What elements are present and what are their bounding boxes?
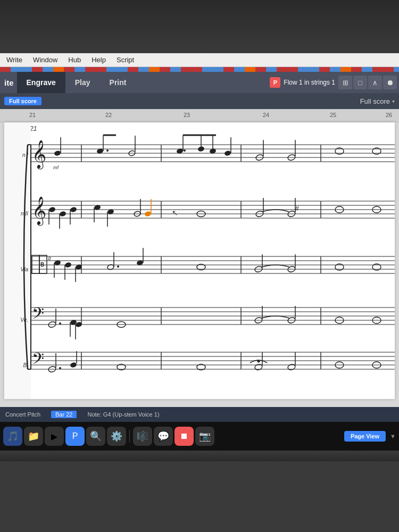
svg-point-38 (287, 154, 296, 161)
svg-point-149 (59, 367, 61, 369)
taskbar-icon-3[interactable]: ▶ (45, 427, 64, 446)
svg-point-23 (106, 149, 109, 152)
score-badge[interactable]: Full score (4, 97, 41, 105)
taskbar-icon-7[interactable]: 🎼 (133, 427, 152, 446)
score-white-area[interactable]: 21 n I n II Vla Ve. B. (4, 122, 395, 399)
svg-point-157 (287, 363, 296, 370)
note-info: Note: G4 (Up-stem Voice 1) (87, 411, 159, 418)
svg-point-17 (54, 150, 61, 156)
svg-point-101 (197, 264, 205, 270)
menu-window[interactable]: Window (33, 56, 57, 64)
svg-point-106 (335, 264, 344, 270)
svg-point-150 (70, 362, 77, 368)
svg-point-119 (48, 321, 56, 328)
menu-hub[interactable]: Hub (68, 56, 81, 64)
svg-text:↖: ↖ (172, 209, 178, 217)
svg-point-41 (372, 148, 381, 154)
svg-point-159 (335, 362, 344, 368)
taskbar-finder-icon[interactable]: 🎵 (3, 427, 22, 446)
svg-text:B: B (40, 262, 44, 268)
svg-text:𝄞: 𝄞 (32, 140, 46, 170)
svg-text:𝄞: 𝄞 (32, 196, 46, 226)
mode-tab-play[interactable]: Play (65, 72, 100, 93)
taskbar-icon-4[interactable]: P (65, 427, 85, 446)
svg-text:mf: mf (53, 165, 59, 170)
flow-label-text: Flow 1 in strings 1 (284, 79, 335, 86)
status-bar: Concert Pitch Bar 22 Note: G4 (Up-stem V… (0, 407, 399, 422)
score-dropdown-label[interactable]: Full score ▾ (360, 97, 395, 105)
score-area: 21 22 23 24 25 26 21 n I n II Vla Ve. B. (0, 109, 399, 407)
monitor-bottom-bezel (0, 451, 399, 461)
score-notation-svg: n I n II Vla Ve. B. 𝄞 (4, 122, 395, 399)
ruler-num-25: 25 (330, 112, 336, 118)
svg-point-57 (70, 206, 77, 213)
svg-text:Ve.: Ve. (20, 317, 28, 323)
toolbar-icon-record[interactable]: ⏺ (383, 76, 397, 89)
toolbar-icon-grid[interactable]: ⊞ (338, 76, 352, 89)
taskbar: 🎵 📁 ▶ P 🔍 ⚙️ 🎼 💬 ⏹ 📷 Page View ▼ (0, 422, 399, 451)
menu-write[interactable]: Write (6, 56, 22, 64)
svg-point-156 (257, 360, 260, 363)
svg-point-67 (197, 211, 205, 217)
menu-help[interactable]: Help (92, 56, 106, 64)
taskbar-sep (129, 430, 130, 443)
svg-point-98 (117, 265, 119, 268)
page-view-button[interactable]: Page View (344, 431, 386, 442)
svg-point-92 (64, 262, 72, 268)
svg-point-74 (372, 206, 381, 213)
svg-point-107 (372, 264, 381, 270)
svg-point-127 (254, 317, 263, 323)
ruler-num-23: 23 (184, 112, 190, 118)
menu-script[interactable]: Script (117, 56, 134, 64)
svg-point-153 (197, 364, 205, 370)
svg-point-40 (335, 148, 344, 154)
taskbar-clock: ▼ (390, 433, 396, 439)
ruler-num-26: 26 (386, 112, 392, 118)
svg-point-24 (128, 150, 136, 156)
svg-point-27 (184, 149, 186, 152)
svg-point-152 (117, 364, 126, 370)
ruler-num-21: 21 (29, 112, 36, 118)
svg-point-55 (59, 211, 66, 217)
ruler: 21 22 23 24 25 26 (0, 109, 399, 122)
svg-point-63 (134, 211, 141, 217)
svg-point-73 (335, 206, 344, 213)
bar-indicator: Bar 22 (51, 411, 77, 418)
mode-tab-print[interactable]: Print (100, 72, 136, 93)
mode-tab-partial-ite[interactable]: ite (0, 72, 17, 93)
taskbar-icon-6[interactable]: ⚙️ (107, 427, 126, 446)
svg-point-160 (372, 362, 381, 368)
toolbar-icon-chevron[interactable]: ∧ (368, 76, 382, 89)
ruler-num-22: 22 (105, 112, 112, 118)
taskbar-icon-2[interactable]: 📁 (24, 427, 43, 446)
svg-point-53 (48, 206, 56, 213)
svg-point-36 (255, 154, 264, 161)
ruler-num-24: 24 (263, 112, 269, 118)
taskbar-icon-5[interactable]: 🔍 (86, 427, 105, 446)
svg-text:𝄢: 𝄢 (32, 350, 44, 371)
taskbar-icon-10[interactable]: 📷 (195, 427, 214, 446)
svg-point-132 (372, 317, 381, 323)
svg-text:#: # (295, 205, 299, 212)
score-bar: Full score Full score ▾ (0, 93, 399, 109)
mode-tabs-bar: ite Engrave Play Print P Flow 1 in strin… (0, 72, 399, 93)
svg-point-65 (144, 211, 152, 217)
taskbar-right-area: Page View ▼ (344, 431, 396, 442)
flow-icon: P (270, 77, 280, 88)
mode-tab-engrave[interactable]: Engrave (17, 72, 65, 93)
taskbar-icon-8[interactable]: 💬 (154, 427, 173, 446)
svg-point-102 (254, 265, 263, 272)
svg-text:𝄢: 𝄢 (32, 305, 44, 326)
svg-point-154 (254, 363, 263, 370)
svg-text:#: # (48, 255, 52, 262)
concert-pitch-label: Concert Pitch (5, 411, 40, 418)
svg-point-131 (335, 317, 344, 323)
toolbar-icon-square[interactable]: □ (353, 76, 367, 89)
flow-label-area: P Flow 1 in strings 1 (270, 77, 338, 88)
svg-point-34 (224, 150, 231, 156)
svg-point-147 (48, 365, 56, 372)
taskbar-icon-9[interactable]: ⏹ (174, 427, 194, 446)
monitor-top-bezel (0, 0, 399, 53)
svg-point-121 (59, 322, 61, 325)
chevron-down-icon: ▾ (392, 98, 395, 104)
